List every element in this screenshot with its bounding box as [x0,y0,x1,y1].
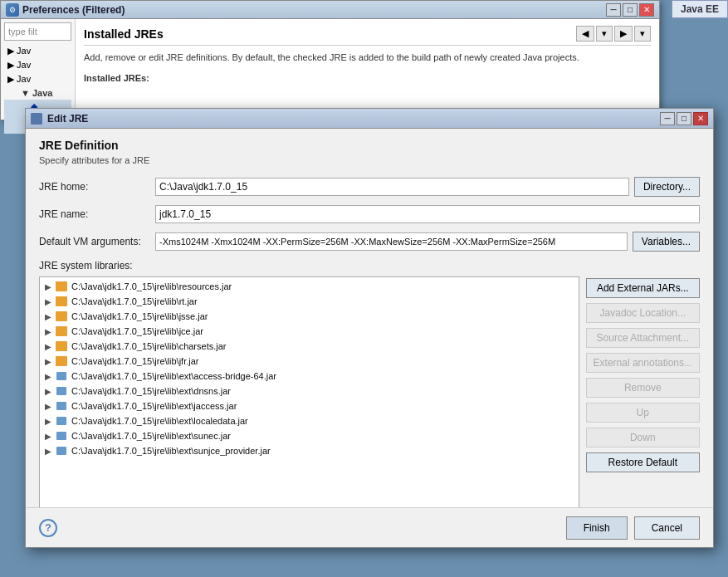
list-item[interactable]: ▶ C:\Java\jdk1.7.0_15\jre\lib\ext\locale… [42,413,577,428]
lib-path: C:\Java\jdk1.7.0_15\jre\lib\ext\jaccess.… [71,401,237,411]
list-item[interactable]: ▶ C:\Java\jdk1.7.0_15\jre\lib\jce.jar [42,324,577,339]
list-item[interactable]: ▶ C:\Java\jdk1.7.0_15\jre\lib\resources.… [42,279,577,294]
lib-path: C:\Java\jdk1.7.0_15\jre\lib\jsse.jar [71,311,208,321]
edit-jre-icon [31,113,42,125]
preferences-right-title: Installed JREs [84,27,576,41]
edit-jre-titlebar-buttons: ─ □ ✕ [660,112,708,125]
list-item[interactable]: ▶ C:\Java\jdk1.7.0_15\jre\lib\ext\jacces… [42,399,577,413]
list-item[interactable]: ▶ C:\Java\jdk1.7.0_15\jre\lib\ext\dnsns.… [42,384,577,399]
preferences-sidebar: ▶ Jav ▶ Jav ▶ Jav ▼ Java ◆ Installed JRE… [1,19,76,120]
expand-arrow: ▶ [45,357,55,366]
directory-button[interactable]: Directory... [634,177,700,197]
jre-definition-subtitle: Specify attributes for a JRE [39,155,700,165]
cancel-button[interactable]: Cancel [634,516,700,540]
list-item[interactable]: ▶ C:\Java\jdk1.7.0_15\jre\lib\jfr.jar [42,354,577,369]
preferences-menu-btn[interactable]: ▾ [634,26,651,42]
lib-path: C:\Java\jdk1.7.0_15\jre\lib\ext\sunec.ja… [71,431,231,441]
jre-home-input[interactable] [155,178,629,196]
preferences-titlebar-buttons: ─ □ ✕ [606,3,654,17]
vm-args-row: Default VM arguments: Variables... [39,232,700,252]
jre-home-row: JRE home: Directory... [39,177,700,197]
expand-arrow: ▶ [45,432,55,441]
javaee-badge: Java EE [672,0,728,18]
lib-path: C:\Java\jdk1.7.0_15\jre\lib\ext\dnsns.ja… [71,386,231,396]
source-attachment-button[interactable]: Source Attachment... [586,328,700,348]
jre-name-label: JRE name: [39,208,155,220]
footer-right: Finish Cancel [566,516,700,540]
jre-name-input[interactable] [155,205,700,223]
preferences-installed-label: Installed JREs: [84,71,651,86]
lib-path: C:\Java\jdk1.7.0_15\jre\lib\ext\localeda… [71,416,248,426]
expand-arrow: ▶ [45,312,55,321]
preferences-title: Preferences (Filtered) [22,4,606,16]
preferences-back-btn[interactable]: ◀ [576,26,594,42]
preferences-right-header: Installed JREs ◀ ▾ ▶ ▾ [84,26,651,46]
expand-arrow: ▶ [45,372,55,381]
expand-arrow: ▶ [45,342,55,351]
javadoc-location-button[interactable]: Javadoc Location... [586,303,700,323]
jar-icon-small [55,415,68,427]
preferences-maximize-btn[interactable]: □ [623,3,638,17]
help-icon[interactable]: ? [39,519,57,537]
jre-name-row: JRE name: [39,205,700,223]
preferences-tree-java3[interactable]: ▶ Jav [4,72,71,86]
lib-path: C:\Java\jdk1.7.0_15\jre\lib\ext\access-b… [71,371,276,381]
lib-path: C:\Java\jdk1.7.0_15\jre\lib\jfr.jar [71,356,198,366]
lib-path: C:\Java\jdk1.7.0_15\jre\lib\rt.jar [71,296,198,306]
jar-icon [55,311,68,322]
list-item[interactable]: ▶ C:\Java\jdk1.7.0_15\jre\lib\jsse.jar [42,309,577,324]
jar-icon [55,296,68,307]
preferences-tree-java2[interactable]: ▶ Jav [4,58,71,72]
edit-jre-maximize-btn[interactable]: □ [677,112,691,125]
jre-home-label: JRE home: [39,181,155,193]
preferences-main-area: Installed JREs ◀ ▾ ▶ ▾ Add, remove or ed… [76,19,659,120]
edit-jre-title: Edit JRE [47,113,660,125]
list-item[interactable]: ▶ C:\Java\jdk1.7.0_15\jre\lib\ext\sunec.… [42,428,577,443]
jar-icon-small [55,430,68,442]
preferences-minimize-btn[interactable]: ─ [606,3,621,17]
preferences-filter-input[interactable] [4,22,71,41]
preferences-titlebar: ⚙ Preferences (Filtered) ─ □ ✕ [1,1,659,19]
preferences-nav-buttons: ◀ ▾ ▶ ▾ [576,26,651,42]
preferences-icon: ⚙ [6,3,19,17]
down-button[interactable]: Down [586,428,700,447]
external-annotations-button[interactable]: External annotations... [586,353,700,373]
preferences-dropdown-btn[interactable]: ▾ [596,26,613,42]
finish-button[interactable]: Finish [566,516,628,540]
up-button[interactable]: Up [586,403,700,423]
jre-libraries-label: JRE system libraries: [39,260,700,271]
libraries-buttons-panel: Add External JARs... Javadoc Location...… [586,276,700,507]
list-item[interactable]: ▶ C:\Java\jdk1.7.0_15\jre\lib\rt.jar [42,294,577,309]
preferences-window: ⚙ Preferences (Filtered) ─ □ ✕ ▶ Jav ▶ J… [0,0,660,120]
preferences-tree-java-expanded[interactable]: ▼ Java [4,86,71,100]
jar-icon [55,325,68,337]
edit-jre-dialog: Edit JRE ─ □ ✕ JRE Definition Specify at… [25,108,714,548]
edit-jre-minimize-btn[interactable]: ─ [660,112,675,125]
variables-button[interactable]: Variables... [633,232,700,252]
preferences-tree-java1[interactable]: ▶ Jav [4,44,71,58]
remove-button[interactable]: Remove [586,378,700,398]
libraries-list: ▶ C:\Java\jdk1.7.0_15\jre\lib\resources.… [40,277,579,460]
edit-jre-close-btn[interactable]: ✕ [693,112,708,125]
preferences-forward-btn[interactable]: ▶ [614,26,633,42]
libraries-list-container[interactable]: ▶ C:\Java\jdk1.7.0_15\jre\lib\resources.… [39,276,579,507]
expand-arrow: ▶ [45,297,55,306]
expand-arrow: ▶ [45,402,55,411]
list-item[interactable]: ▶ C:\Java\jdk1.7.0_15\jre\lib\ext\access… [42,369,577,384]
lib-path: C:\Java\jdk1.7.0_15\jre\lib\resources.ja… [71,281,232,291]
expand-arrow: ▶ [45,447,55,456]
edit-jre-footer: ? Finish Cancel [26,507,713,547]
restore-default-button[interactable]: Restore Default [586,452,700,472]
expand-arrow: ▶ [45,417,55,426]
list-item[interactable]: ▶ C:\Java\jdk1.7.0_15\jre\lib\ext\sunjce… [42,443,577,458]
footer-left: ? [39,519,57,537]
vm-args-input[interactable] [155,232,628,251]
jar-icon [55,355,68,367]
vm-args-label: Default VM arguments: [39,236,155,247]
list-item[interactable]: ▶ C:\Java\jdk1.7.0_15\jre\lib\charsets.j… [42,339,577,354]
jar-icon [55,281,68,292]
jre-libraries-section: ▶ C:\Java\jdk1.7.0_15\jre\lib\resources.… [39,276,700,507]
add-external-jars-button[interactable]: Add External JARs... [586,278,700,298]
jar-icon [55,340,68,352]
preferences-close-btn[interactable]: ✕ [639,3,654,17]
